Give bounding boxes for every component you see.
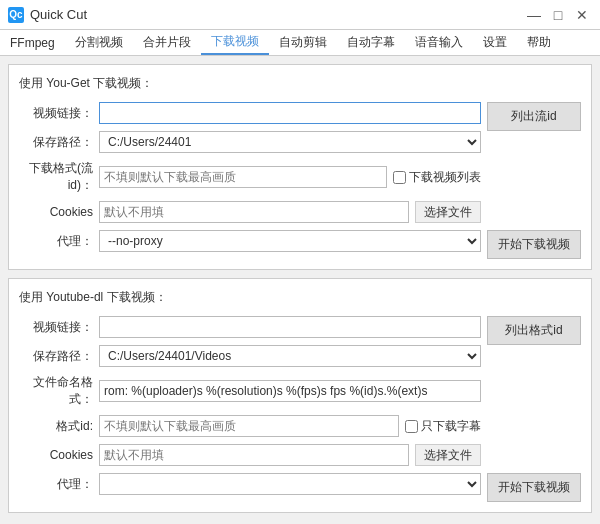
- content-area: 使用 You-Get 下载视频： 视频链接： 保存路径： C:/Users/24…: [0, 56, 600, 524]
- app-title: Quick Cut: [30, 7, 524, 22]
- menu-bar: FFmpeg 分割视频 合并片段 下载视频 自动剪辑 自动字幕 语音输入 设置 …: [0, 30, 600, 56]
- youtubedl-start-download-button[interactable]: 开始下载视频: [487, 473, 581, 502]
- youget-format-group: 下载视频列表: [99, 166, 481, 188]
- menu-auto-edit[interactable]: 自动剪辑: [269, 30, 337, 55]
- youget-section: 使用 You-Get 下载视频： 视频链接： 保存路径： C:/Users/24…: [8, 64, 592, 270]
- menu-settings[interactable]: 设置: [473, 30, 517, 55]
- youtubedl-filename-row: 文件命名格式：: [19, 374, 481, 408]
- youtubedl-savepath-select[interactable]: C:/Users/24401/Videos: [99, 345, 481, 367]
- youtubedl-formatid-label: 格式id:: [19, 418, 99, 435]
- youtubedl-side-buttons: 列出格式id 开始下载视频: [487, 316, 581, 502]
- youget-format-input[interactable]: [99, 166, 387, 188]
- youtubedl-list-format-button[interactable]: 列出格式id: [487, 316, 581, 345]
- youget-select-file-button[interactable]: 选择文件: [415, 201, 481, 223]
- youget-list-stream-button[interactable]: 列出流id: [487, 102, 581, 131]
- menu-auto-subtitle[interactable]: 自动字幕: [337, 30, 405, 55]
- youget-format-row: 下载格式(流id)： 下载视频列表: [19, 160, 481, 194]
- youget-proxy-row: 代理： --no-proxy: [19, 230, 481, 252]
- youget-side-buttons: 列出流id 开始下载视频: [487, 102, 581, 259]
- youtubedl-section: 使用 Youtube-dl 下载视频： 视频链接： 保存路径： C:/Users…: [8, 278, 592, 513]
- youtubedl-subtitle-label: 只下载字幕: [421, 418, 481, 435]
- youget-section-title: 使用 You-Get 下载视频：: [19, 75, 581, 92]
- youtubedl-filename-input[interactable]: [99, 380, 481, 402]
- youget-url-label: 视频链接：: [19, 105, 99, 122]
- youtubedl-formatid-group: 只下载字幕: [99, 415, 481, 437]
- youtubedl-formatid-row: 格式id: 只下载字幕: [19, 415, 481, 437]
- app-icon: Qc: [8, 7, 24, 23]
- menu-help[interactable]: 帮助: [517, 30, 561, 55]
- maximize-button[interactable]: □: [548, 5, 568, 25]
- youtubedl-select-file-button[interactable]: 选择文件: [415, 444, 481, 466]
- youget-videolist-label: 下载视频列表: [409, 169, 481, 186]
- youtubedl-cookies-input[interactable]: [99, 444, 409, 466]
- youget-cookies-label: Cookies: [19, 205, 99, 219]
- youget-url-input[interactable]: [99, 102, 481, 124]
- youtubedl-subtitle-checkbox[interactable]: [405, 420, 418, 433]
- youtubedl-savepath-label: 保存路径：: [19, 348, 99, 365]
- menu-download-video[interactable]: 下载视频: [201, 30, 269, 55]
- youtubedl-proxy-label: 代理：: [19, 476, 99, 493]
- youget-savepath-label: 保存路径：: [19, 134, 99, 151]
- youtubedl-proxy-select[interactable]: [99, 473, 481, 495]
- youget-form: 视频链接： 保存路径： C:/Users/24401 下载格式(流id)：: [19, 102, 581, 259]
- youtubedl-savepath-row: 保存路径： C:/Users/24401/Videos: [19, 345, 481, 367]
- youtubedl-proxy-row: 代理：: [19, 473, 481, 495]
- youtubedl-form: 视频链接： 保存路径： C:/Users/24401/Videos 文件命名格式…: [19, 316, 581, 502]
- youtubedl-subtitle-checkbox-label[interactable]: 只下载字幕: [405, 418, 481, 435]
- youtubedl-url-input[interactable]: [99, 316, 481, 338]
- menu-ffmpeg[interactable]: FFmpeg: [0, 30, 65, 55]
- youget-cookies-row: Cookies 选择文件: [19, 201, 481, 223]
- menu-merge-segments[interactable]: 合并片段: [133, 30, 201, 55]
- youtubedl-section-title: 使用 Youtube-dl 下载视频：: [19, 289, 581, 306]
- youget-fields: 视频链接： 保存路径： C:/Users/24401 下载格式(流id)：: [19, 102, 481, 259]
- youtubedl-url-row: 视频链接：: [19, 316, 481, 338]
- menu-split-video[interactable]: 分割视频: [65, 30, 133, 55]
- title-bar: Qc Quick Cut — □ ✕: [0, 0, 600, 30]
- youtubedl-cookies-row: Cookies 选择文件: [19, 444, 481, 466]
- menu-voice-input[interactable]: 语音输入: [405, 30, 473, 55]
- youtubedl-fields: 视频链接： 保存路径： C:/Users/24401/Videos 文件命名格式…: [19, 316, 481, 502]
- youtubedl-url-label: 视频链接：: [19, 319, 99, 336]
- youget-cookies-group: 选择文件: [99, 201, 481, 223]
- youget-proxy-label: 代理：: [19, 233, 99, 250]
- close-button[interactable]: ✕: [572, 5, 592, 25]
- youtubedl-cookies-group: 选择文件: [99, 444, 481, 466]
- youget-savepath-select[interactable]: C:/Users/24401: [99, 131, 481, 153]
- youget-videolist-checkbox[interactable]: [393, 171, 406, 184]
- youget-cookies-input[interactable]: [99, 201, 409, 223]
- youget-format-label: 下载格式(流id)：: [19, 160, 99, 194]
- youtubedl-cookies-label: Cookies: [19, 448, 99, 462]
- youget-start-download-button[interactable]: 开始下载视频: [487, 230, 581, 259]
- youget-url-row: 视频链接：: [19, 102, 481, 124]
- window-controls: — □ ✕: [524, 5, 592, 25]
- youget-proxy-select[interactable]: --no-proxy: [99, 230, 481, 252]
- minimize-button[interactable]: —: [524, 5, 544, 25]
- youget-savepath-row: 保存路径： C:/Users/24401: [19, 131, 481, 153]
- youtubedl-filename-label: 文件命名格式：: [19, 374, 99, 408]
- youtubedl-formatid-input[interactable]: [99, 415, 399, 437]
- youget-videolist-checkbox-label[interactable]: 下载视频列表: [393, 169, 481, 186]
